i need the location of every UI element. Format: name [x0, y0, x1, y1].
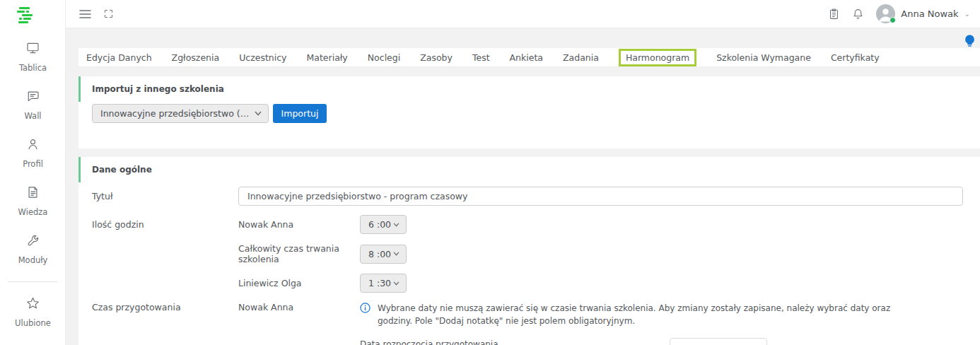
chevron-down-icon: [393, 223, 399, 227]
import-button[interactable]: Importuj: [273, 104, 327, 123]
app-logo-icon[interactable]: [17, 6, 65, 27]
import-section: Importuj z innego szkolenia Innowacyjne …: [78, 76, 980, 148]
sidebar-item-label: Wiedza: [18, 207, 48, 217]
sidebar-item-moduly[interactable]: Moduły: [0, 233, 66, 265]
tab-test[interactable]: Test: [472, 52, 490, 63]
topbar: Anna Nowak ⌄: [66, 0, 980, 28]
sidebar-item-tablica[interactable]: Tablica: [0, 41, 66, 73]
user-name: Anna Nowak: [901, 8, 958, 19]
hours-select-total[interactable]: 8 :00: [360, 245, 407, 264]
import-source-select[interactable]: Innowacyjne przedsiębiorstwo (2023-06-26…: [92, 104, 269, 123]
monitor-icon: [25, 41, 40, 55]
title-field-label: Tytuł: [92, 191, 238, 201]
tab-harmonogram[interactable]: Harmonogram: [619, 49, 696, 66]
sidebar-item-label: Profil: [23, 159, 43, 169]
tab-noclegi[interactable]: Noclegi: [368, 52, 400, 63]
sidebar-item-ulubione[interactable]: Ulubione: [0, 296, 66, 328]
tab-szkolenia-wymagane[interactable]: Szkolenia Wymagane: [716, 52, 811, 63]
main-content: Edycja Danych Zgłoszenia Uczestnicy Mate…: [66, 28, 980, 345]
prep-person-label: Nowak Anna: [238, 302, 360, 312]
tab-zadania[interactable]: Zadania: [563, 52, 599, 63]
document-icon: [25, 185, 40, 199]
hours-row-label: Całkowity czas trwania szkolenia: [238, 243, 360, 264]
sidebar-divider: [8, 281, 57, 282]
avatar: [876, 4, 895, 23]
tab-materialy[interactable]: Materiały: [307, 52, 348, 63]
tabs-bar: Edycja Danych Zgłoszenia Uczestnicy Mate…: [78, 48, 980, 67]
prep-time-label: Czas przygotowania: [92, 302, 238, 312]
star-icon: [25, 296, 40, 310]
tab-uczestnicy[interactable]: Uczestnicy: [239, 52, 286, 63]
hours-value: 6 :00: [368, 219, 391, 230]
prep-start-date-input[interactable]: [670, 338, 767, 345]
bell-icon[interactable]: [852, 8, 864, 21]
sidebar-item-label: Wall: [24, 111, 41, 121]
info-icon[interactable]: [360, 303, 371, 327]
hours-value: 8 :00: [368, 249, 391, 259]
hamburger-menu-icon[interactable]: [79, 9, 91, 19]
person-icon: [25, 137, 40, 151]
chevron-down-icon: ⌄: [964, 10, 970, 18]
prep-info-text: Wybrane daty nie muszą zawierać się w cz…: [378, 302, 926, 327]
user-menu[interactable]: Anna Nowak ⌄: [876, 4, 970, 23]
hours-field-label: Ilość godzin: [92, 219, 238, 230]
wrench-icon: [25, 233, 40, 247]
hours-select-nowak-anna[interactable]: 6 :00: [360, 215, 407, 234]
sidebar-item-label: Moduły: [18, 255, 48, 265]
sidebar: Tablica Wall Profil Wiedza Moduły Ulubio…: [0, 0, 66, 345]
hours-value: 1 :30: [368, 278, 391, 288]
hours-select-liniewicz-olga[interactable]: 1 :30: [360, 274, 407, 293]
chat-icon: [25, 89, 40, 103]
sidebar-item-wiedza[interactable]: Wiedza: [0, 185, 66, 217]
tab-zasoby[interactable]: Zasoby: [420, 52, 453, 63]
chevron-down-icon: [393, 252, 399, 256]
chevron-down-icon: [255, 111, 262, 116]
import-section-title: Importuj z innego szkolenia: [78, 76, 980, 102]
sidebar-item-label: Ulubione: [15, 318, 51, 328]
sidebar-item-wall[interactable]: Wall: [0, 89, 66, 121]
hours-row-label: Nowak Anna: [238, 219, 360, 230]
hours-row-label: Liniewicz Olga: [238, 278, 360, 288]
sidebar-item-profil[interactable]: Profil: [0, 137, 66, 169]
sidebar-item-label: Tablica: [19, 63, 47, 73]
tab-zgloszenia[interactable]: Zgłoszenia: [172, 52, 220, 63]
general-data-section: Dane ogólne Tytuł Ilość godzin Nowak Ann…: [78, 157, 980, 345]
fullscreen-icon[interactable]: [103, 8, 114, 19]
prep-start-date-label: Data rozpoczęcia przygotowania: [360, 339, 498, 345]
title-input[interactable]: [238, 187, 963, 206]
clipboard-icon[interactable]: [828, 8, 840, 21]
tab-edycja-danych[interactable]: Edycja Danych: [86, 52, 152, 63]
chevron-down-icon: [393, 281, 399, 286]
tab-certyfikaty[interactable]: Certyfikaty: [831, 52, 880, 63]
tab-ankieta[interactable]: Ankieta: [510, 52, 543, 63]
general-section-title: Dane ogólne: [78, 157, 980, 182]
import-source-selected-value: Innowacyjne przedsiębiorstwo (2023-06-26…: [100, 108, 255, 119]
